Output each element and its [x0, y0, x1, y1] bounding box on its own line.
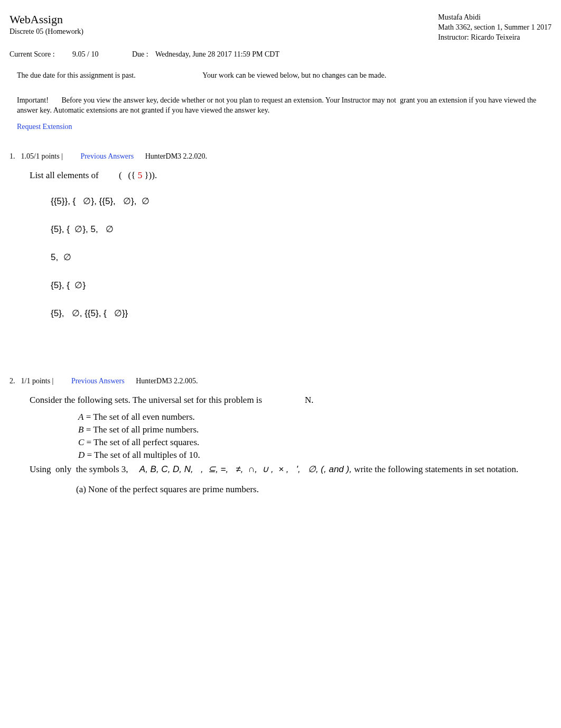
- q2-reference: HunterDM3 2.2.005.: [136, 377, 198, 385]
- q1-prompt-a: List all elements of: [30, 170, 101, 180]
- q2-body: Consider the following sets. The univers…: [30, 394, 551, 496]
- q2-header: 2. 1/1 points | Previous Answers HunterD…: [10, 377, 551, 385]
- q2-intro-c: .: [311, 395, 313, 405]
- user-info: Mustafa Abidi Math 3362, section 1, Summ…: [438, 13, 551, 43]
- past-due-text: The due date for this assignment is past…: [17, 71, 136, 79]
- q2-number: 2.: [10, 377, 19, 385]
- q2-def-b-txt: = The set of all prime numbers.: [83, 425, 199, 435]
- q2-intro: Consider the following sets. The univers…: [30, 394, 551, 407]
- q2-using-a: Using only the symbols 3,: [30, 464, 139, 474]
- q2-def-c: C = The set of all perfect squares.: [78, 436, 551, 449]
- q2-def-d-sym: D: [78, 450, 85, 460]
- brand-block: WebAssign Discrete 05 (Homework): [10, 13, 83, 36]
- q1-prompt: List all elements of ( ({ 5 })).: [30, 170, 551, 181]
- q2-set-definitions: A = The set of all even numbers. B = The…: [78, 411, 551, 461]
- extension-notice: Important! Before you view the answer ke…: [17, 96, 544, 116]
- site-brand: WebAssign: [10, 13, 83, 26]
- q2-using-c: write the following statements in set no…: [352, 464, 518, 474]
- q1-body: List all elements of ( ({ 5 })). {{5}}, …: [30, 170, 551, 319]
- q2-def-b-sym: B: [78, 425, 83, 435]
- q2-points: 1/1 points |: [21, 377, 54, 385]
- current-score-value: 9.05 / 10: [72, 50, 98, 58]
- q1-number: 1.: [10, 152, 19, 161]
- q1-points: 1.05/1 points |: [21, 152, 63, 160]
- assignment-title: Discrete 05 (Homework): [10, 27, 83, 36]
- notice-lead: Important!: [17, 96, 49, 104]
- q1-header: 1. 1.05/1 points | Previous Answers Hunt…: [10, 152, 551, 161]
- due-label: Due :: [132, 50, 148, 58]
- q2-def-c-sym: C: [78, 437, 84, 447]
- q2-def-a-sym: A: [78, 412, 83, 422]
- instructor-line: Instructor: Ricardo Teixeira: [438, 33, 551, 43]
- q2-def-b: B = The set of all prime numbers.: [78, 423, 551, 436]
- score-line: Current Score : 9.05 / 10 Due : Wednesda…: [10, 50, 551, 59]
- current-score-label: Current Score :: [10, 50, 55, 58]
- q1-answer-4[interactable]: {5}, { ∅}: [51, 280, 551, 291]
- q1-prompt-b: ( ({: [119, 170, 138, 180]
- student-name: Mustafa Abidi: [438, 13, 551, 23]
- q2-using-symbols: A, B, C, D, N, , ⊆, =, ≠, ∩, ∪ , × , ', …: [139, 464, 352, 474]
- q1-answer-5[interactable]: {5}, ∅, {{5}, { ∅}}: [51, 308, 551, 319]
- due-value: Wednesday, June 28 2017 11:59 PM CDT: [155, 50, 279, 58]
- q1-prompt-five: 5: [138, 170, 143, 180]
- instructor-label: Instructor:: [438, 33, 471, 41]
- view-only-text: Your work can be viewed below, but no ch…: [202, 71, 386, 79]
- q2-def-a-txt: = The set of all even numbers.: [83, 412, 194, 422]
- past-due-banner: The due date for this assignment is past…: [17, 71, 551, 80]
- q1-previous-answers-link[interactable]: Previous Answers: [80, 152, 134, 160]
- q2-def-a: A = The set of all even numbers.: [78, 411, 551, 423]
- q2-def-d: D = The set of all multiples of 10.: [78, 449, 551, 462]
- q2-previous-answers-link[interactable]: Previous Answers: [71, 377, 125, 385]
- q1-answer-2[interactable]: {5}, { ∅}, 5, ∅: [51, 224, 551, 235]
- q1-answer-3[interactable]: 5, ∅: [51, 252, 551, 263]
- q1-reference: HunterDM3 2.2.020.: [145, 152, 207, 160]
- q2-def-d-txt: = The set of all multiples of 10.: [85, 450, 200, 460]
- notice-body: Before you view the answer key, decide w…: [17, 96, 536, 114]
- q2-intro-a: Consider the following sets. The univers…: [30, 395, 264, 405]
- q2-universal-set: N: [305, 395, 311, 405]
- q1-answer-1[interactable]: {{5}}, { ∅}, {{5}, ∅}, ∅: [51, 196, 551, 207]
- q2-using: Using only the symbols 3, A, B, C, D, N,…: [30, 463, 551, 476]
- course-name: Math 3362, section 1, Summer 1 2017: [438, 23, 551, 33]
- q2-def-c-txt: = The set of all perfect squares.: [84, 437, 199, 447]
- request-extension-link[interactable]: Request Extension: [17, 123, 72, 131]
- q2-part-a: (a) None of the perfect squares are prim…: [76, 483, 551, 496]
- instructor-name: Ricardo Teixeira: [471, 33, 520, 41]
- page-header: WebAssign Discrete 05 (Homework) Mustafa…: [10, 13, 551, 43]
- q1-prompt-d: })).: [142, 170, 157, 180]
